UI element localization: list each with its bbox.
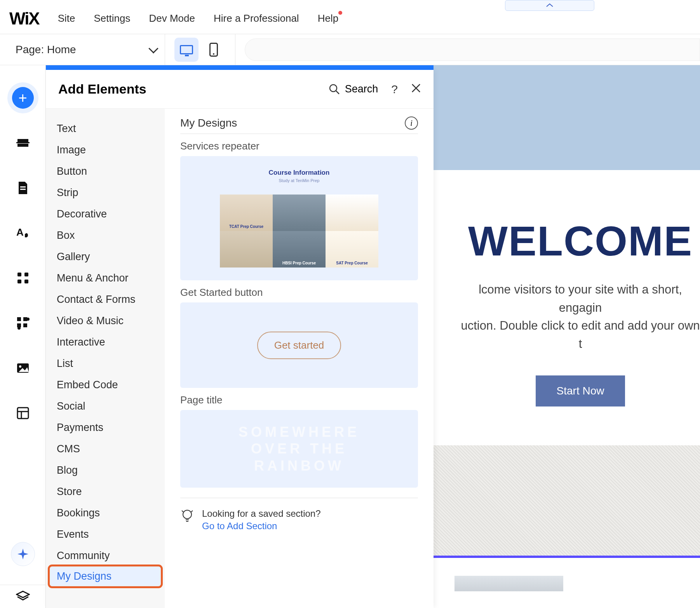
cat-bookings[interactable]: Bookings	[46, 502, 165, 524]
info-button[interactable]: i	[405, 116, 418, 130]
section-label-services: Services repeater	[180, 140, 418, 152]
mobile-view-button[interactable]	[202, 38, 226, 62]
cat-blog[interactable]: Blog	[46, 460, 165, 481]
preview-services-repeater[interactable]: Course Information Study at TenMin Prep …	[180, 156, 418, 280]
preview-course-sub: Study at TenMin Prep	[279, 178, 320, 183]
svg-point-17	[19, 365, 21, 368]
preview-course-header: Course Information	[269, 169, 330, 177]
preview-tile	[326, 195, 378, 231]
rail-pages-button[interactable]	[12, 177, 34, 199]
svg-line-22	[336, 91, 339, 94]
cat-interactive[interactable]: Interactive	[46, 332, 165, 353]
svg-point-14	[17, 327, 21, 330]
cat-contact-forms[interactable]: Contact & Forms	[46, 289, 165, 310]
cat-my-designs[interactable]: My Designs	[50, 566, 161, 586]
cat-text[interactable]: Text	[46, 118, 165, 139]
panel-actions: Search ?	[329, 83, 421, 96]
second-bar: Page: Home	[0, 34, 700, 65]
preview-page-title[interactable]: SOMEWHERE OVER THE RAINBOW	[180, 410, 418, 488]
left-rail: + A	[0, 65, 46, 608]
svg-rect-10	[17, 317, 21, 321]
cat-image[interactable]: Image	[46, 139, 165, 161]
page-selector[interactable]: Page: Home	[0, 34, 165, 65]
ai-assistant-button[interactable]	[11, 542, 35, 566]
sections-icon	[16, 138, 30, 148]
cat-store[interactable]: Store	[46, 481, 165, 502]
cat-gallery[interactable]: Gallery	[46, 246, 165, 268]
canvas-hero-text[interactable]: lcome visitors to your site with a short…	[461, 281, 700, 353]
preview-tile	[220, 231, 273, 268]
cat-button[interactable]: Button	[46, 161, 165, 182]
cat-events[interactable]: Events	[46, 524, 165, 545]
rail-addons-button[interactable]	[12, 312, 34, 334]
device-switcher	[165, 34, 235, 65]
editor-canvas[interactable]: WELCOME lcome visitors to your site with…	[434, 65, 700, 608]
media-icon	[16, 363, 30, 373]
cat-payments[interactable]: Payments	[46, 417, 165, 438]
cat-cms[interactable]: CMS	[46, 438, 165, 460]
menu-help[interactable]: Help	[318, 12, 338, 24]
panel-search-button[interactable]: Search	[329, 83, 378, 95]
sparkle-icon	[17, 548, 29, 560]
menu-hirepro[interactable]: Hire a Professional	[214, 12, 299, 24]
preview-tile: HBSI Prep Course	[273, 231, 326, 268]
svg-line-29	[191, 511, 193, 512]
detail-divider	[180, 498, 418, 498]
desktop-view-button[interactable]	[174, 38, 199, 62]
svg-rect-15	[23, 323, 27, 327]
section-label-pagetitle: Page title	[180, 394, 418, 406]
page-icon	[17, 181, 29, 195]
panel-close-button[interactable]	[411, 83, 421, 96]
preview-tile	[273, 195, 326, 231]
design-icon: A	[16, 226, 30, 240]
top-search-field[interactable]	[245, 38, 700, 61]
cat-box[interactable]: Box	[46, 225, 165, 246]
svg-rect-1	[17, 144, 28, 147]
svg-point-12	[26, 318, 30, 321]
menu-site[interactable]: Site	[58, 12, 75, 24]
panel-search-label: Search	[345, 83, 378, 95]
menu-devmode[interactable]: Dev Mode	[149, 12, 195, 24]
cat-list[interactable]: List	[46, 353, 165, 374]
cat-decorative[interactable]: Decorative	[46, 203, 165, 225]
menu-help-label: Help	[318, 12, 338, 24]
svg-rect-6	[17, 273, 21, 276]
hint-link[interactable]: Go to Add Section	[202, 521, 321, 532]
wix-logo[interactable]: WiX	[9, 9, 39, 28]
detail-title-row: My Designs i	[180, 116, 418, 134]
page-selector-label: Page: Home	[16, 43, 76, 56]
cat-video-music[interactable]: Video & Music	[46, 310, 165, 332]
menu-settings[interactable]: Settings	[94, 12, 131, 24]
preview-title-line1: SOMEWHERE	[239, 424, 360, 440]
cat-strip[interactable]: Strip	[46, 182, 165, 203]
canvas-sand-section[interactable]	[434, 445, 700, 558]
rail-layers-button[interactable]	[0, 585, 46, 606]
cat-embed-code[interactable]: Embed Code	[46, 374, 165, 396]
svg-rect-2	[16, 142, 30, 143]
rail-media-button[interactable]	[12, 357, 34, 379]
mobile-icon	[209, 43, 218, 57]
rail-cms-button[interactable]	[12, 402, 34, 424]
cat-community[interactable]: Community	[46, 545, 165, 566]
svg-text:A: A	[16, 226, 24, 238]
preview-get-started[interactable]: Get started	[180, 302, 418, 388]
rail-design-button[interactable]: A	[12, 222, 34, 244]
panel-accent-bar	[46, 65, 434, 70]
cms-table-icon	[17, 407, 29, 419]
apps-grid-icon	[17, 272, 29, 284]
panel-header: Add Elements Search ?	[46, 70, 434, 109]
canvas-hero-title[interactable]: WELCOME	[461, 217, 700, 265]
rail-sections-button[interactable]	[12, 132, 34, 154]
rail-apps-button[interactable]	[12, 267, 34, 289]
category-list: Text Image Button Strip Decorative Box G…	[46, 109, 165, 608]
canvas-start-button[interactable]: Start Now	[536, 375, 625, 406]
cat-menu-anchor[interactable]: Menu & Anchor	[46, 268, 165, 289]
close-icon	[411, 83, 421, 93]
canvas-small-image[interactable]	[454, 576, 563, 591]
cat-social[interactable]: Social	[46, 396, 165, 417]
preview-title-line3: RAINBOW	[254, 457, 344, 474]
hint-row: Looking for a saved section? Go to Add S…	[180, 508, 418, 532]
add-elements-button[interactable]: +	[12, 87, 34, 109]
preview-title-line2: OVER THE	[251, 440, 347, 457]
panel-help-button[interactable]: ?	[391, 83, 398, 96]
